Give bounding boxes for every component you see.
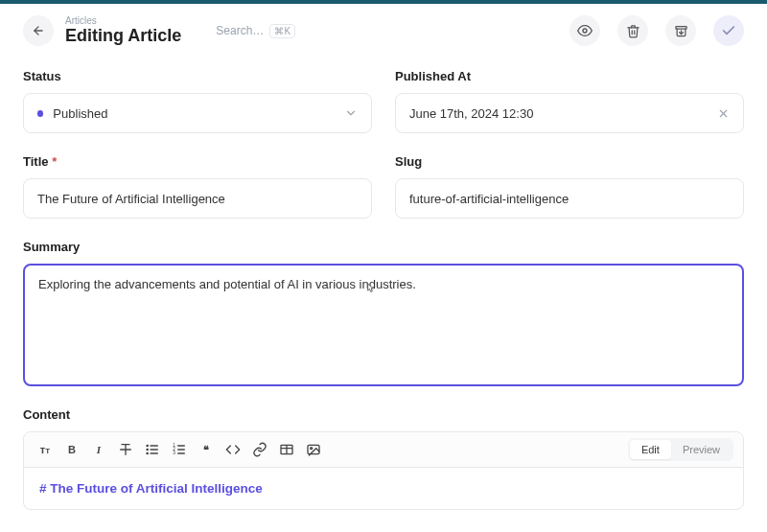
svg-text:3: 3 <box>173 451 175 455</box>
tool-image[interactable] <box>302 438 325 461</box>
status-dot-icon <box>37 110 43 117</box>
editor-toolbar: тT B I 123 ❝ <box>24 432 743 468</box>
title-label: Title * <box>23 154 372 169</box>
clear-date-button[interactable] <box>717 107 730 120</box>
title-field[interactable] <box>23 178 372 219</box>
italic-icon: I <box>97 444 101 455</box>
content-heading-line: # The Future of Artificial Intelligence <box>39 481 728 496</box>
published-at-value[interactable] <box>409 106 717 121</box>
search-kbd-hint: ⌘K <box>269 24 295 38</box>
table-icon <box>279 442 294 457</box>
content-editor: тT B I 123 ❝ <box>23 431 744 510</box>
tool-ordered-list[interactable]: 123 <box>168 438 191 461</box>
quote-icon: ❝ <box>203 444 209 456</box>
cursor-pointer-icon <box>363 282 377 297</box>
back-button[interactable] <box>23 15 54 46</box>
status-value <box>53 106 344 121</box>
tool-strike[interactable] <box>114 438 137 461</box>
search-input[interactable]: Search… ⌘K <box>216 24 295 38</box>
tool-italic[interactable]: I <box>87 438 110 461</box>
archive-icon <box>674 24 688 38</box>
title-input[interactable] <box>37 192 358 206</box>
arrow-left-icon <box>32 24 45 37</box>
tool-bullet-list[interactable] <box>141 438 164 461</box>
save-button[interactable] <box>713 15 744 46</box>
eye-icon <box>577 23 593 38</box>
tool-bold[interactable]: B <box>60 438 83 461</box>
bold-icon: B <box>68 444 76 455</box>
code-icon <box>225 442 241 457</box>
editor-mode-tabs: Edit Preview <box>628 438 733 461</box>
form: Status Published At Title * <box>0 58 767 521</box>
svg-point-12 <box>147 452 148 453</box>
summary-field[interactable] <box>23 264 744 386</box>
published-at-label: Published At <box>395 69 744 83</box>
preview-button[interactable] <box>569 15 600 46</box>
tool-heading[interactable]: тT <box>34 438 57 461</box>
svg-point-10 <box>147 445 148 446</box>
tab-preview[interactable]: Preview <box>671 440 732 459</box>
tab-edit[interactable]: Edit <box>630 440 671 459</box>
tool-link[interactable] <box>248 438 271 461</box>
check-icon <box>721 23 736 38</box>
ordered-list-icon: 123 <box>172 442 187 457</box>
page-header: Articles Editing Article Search… ⌘K <box>0 4 767 58</box>
tool-table[interactable] <box>275 438 298 461</box>
image-icon <box>306 442 321 457</box>
archive-button[interactable] <box>665 15 696 46</box>
breadcrumb[interactable]: Articles <box>65 15 181 26</box>
status-label: Status <box>23 69 372 83</box>
tool-code[interactable] <box>221 438 244 461</box>
chevron-down-icon <box>344 106 358 120</box>
svg-point-11 <box>147 449 148 450</box>
delete-button[interactable] <box>617 15 648 46</box>
slug-label: Slug <box>395 154 744 169</box>
required-mark: * <box>52 154 57 169</box>
trash-icon <box>626 24 640 38</box>
text-size-icon: тT <box>40 444 50 455</box>
content-label: Content <box>23 407 744 422</box>
page-title: Editing Article <box>65 26 181 46</box>
svg-point-23 <box>311 448 313 450</box>
slug-field[interactable] <box>395 178 744 219</box>
bullet-list-icon <box>145 442 160 457</box>
status-select[interactable] <box>23 93 372 133</box>
tool-quote[interactable]: ❝ <box>195 438 218 461</box>
svg-point-1 <box>583 29 587 33</box>
editor-body[interactable]: # The Future of Artificial Intelligence <box>24 468 743 509</box>
strikethrough-icon <box>118 442 133 457</box>
search-placeholder: Search… <box>216 24 264 37</box>
summary-textarea[interactable] <box>38 277 729 369</box>
summary-label: Summary <box>23 240 744 254</box>
close-icon <box>717 107 730 120</box>
link-icon <box>252 442 267 457</box>
slug-input[interactable] <box>409 192 730 206</box>
published-at-input[interactable] <box>395 93 744 133</box>
